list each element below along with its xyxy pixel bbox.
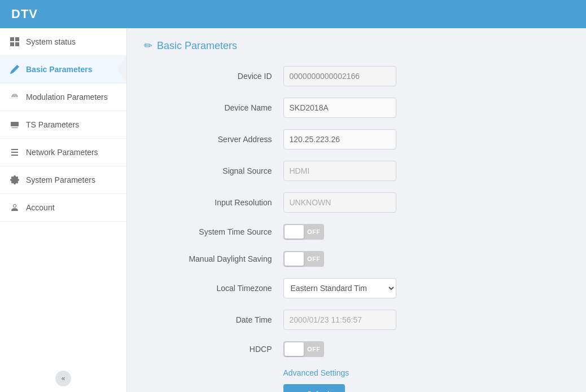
date-time-input[interactable] <box>283 310 396 330</box>
edit-icon <box>9 64 20 75</box>
sidebar-item-system-parameters[interactable]: System Parameters <box>0 166 126 194</box>
svg-rect-3 <box>15 42 19 46</box>
hdcp-toggle[interactable]: OFF <box>283 341 324 357</box>
pencil-icon: ✏ <box>144 39 152 52</box>
hdcp-toggle-container: OFF <box>283 341 324 357</box>
sidebar-item-ts-parameters[interactable]: TS Parameters <box>0 111 126 139</box>
sidebar-label-account: Account <box>26 203 117 212</box>
manual-daylight-toggle[interactable]: OFF <box>283 251 324 267</box>
collapse-button[interactable]: « <box>55 371 71 386</box>
svg-rect-1 <box>15 37 19 41</box>
svg-rect-0 <box>10 37 14 41</box>
page-title: Basic Parameters <box>157 40 237 52</box>
signal-icon <box>9 91 20 103</box>
tv-icon <box>9 119 20 130</box>
app-title: DTV <box>11 7 38 21</box>
local-timezone-label: Local Timezone <box>159 284 283 293</box>
main-content: ✏ Basic Parameters Device ID Device Name… <box>127 28 586 392</box>
system-time-source-toggle[interactable]: OFF <box>283 224 324 240</box>
system-time-source-toggle-container: OFF <box>283 224 324 240</box>
svg-rect-2 <box>10 42 14 46</box>
signal-source-row: Signal Source <box>159 161 554 181</box>
sidebar-label-modulation-parameters: Modulation Parameters <box>26 93 117 102</box>
system-time-source-row: System Time Source OFF <box>159 224 554 240</box>
system-time-source-label: System Time Source <box>159 227 283 236</box>
manual-daylight-toggle-label: OFF <box>307 256 321 262</box>
sidebar-label-ts-parameters: TS Parameters <box>26 120 117 129</box>
signal-source-input <box>283 161 396 181</box>
hdcp-toggle-label: OFF <box>307 346 321 353</box>
page-title-container: ✏ Basic Parameters <box>144 39 569 52</box>
menu-icon <box>9 147 20 158</box>
server-address-label: Server Address <box>159 135 283 144</box>
user-icon <box>9 202 20 213</box>
form-actions: Advanced Settings ✓ Submit <box>283 368 554 392</box>
submit-label: Submit <box>307 390 332 392</box>
sidebar: System status Basic Parameters Modulatio… <box>0 28 127 392</box>
sidebar-item-basic-parameters[interactable]: Basic Parameters <box>0 56 126 83</box>
local-timezone-row: Local Timezone Eastern Standard Tim <box>159 278 554 298</box>
sidebar-label-system-status: System status <box>26 37 117 46</box>
server-address-input[interactable] <box>283 129 396 149</box>
basic-parameters-form: Device ID Device Name Server Address Sig… <box>159 66 554 392</box>
device-id-row: Device ID <box>159 66 554 86</box>
manual-daylight-label: Manual Daylight Saving <box>159 254 283 263</box>
device-id-input[interactable] <box>283 66 396 86</box>
sidebar-label-network-parameters: Network Parameters <box>26 148 117 157</box>
local-timezone-select[interactable]: Eastern Standard Tim <box>283 278 396 298</box>
manual-daylight-row: Manual Daylight Saving OFF <box>159 251 554 267</box>
sidebar-item-modulation-parameters[interactable]: Modulation Parameters <box>0 83 126 111</box>
input-resolution-input <box>283 192 396 213</box>
manual-daylight-toggle-container: OFF <box>283 251 324 267</box>
device-name-label: Device Name <box>159 103 283 112</box>
advanced-settings-link[interactable]: Advanced Settings <box>283 368 349 377</box>
device-name-row: Device Name <box>159 98 554 118</box>
date-time-row: Date Time <box>159 310 554 330</box>
sidebar-item-system-status[interactable]: System status <box>0 28 126 56</box>
signal-source-label: Signal Source <box>159 166 283 175</box>
input-resolution-row: Input Resolution <box>159 192 554 213</box>
check-icon: ✓ <box>297 390 304 392</box>
gear-icon <box>9 174 20 186</box>
app-header: DTV <box>0 0 586 28</box>
sidebar-label-basic-parameters: Basic Parameters <box>26 65 117 74</box>
hdcp-row: HDCP OFF <box>159 341 554 357</box>
sidebar-label-system-parameters: System Parameters <box>26 175 117 184</box>
submit-button[interactable]: ✓ Submit <box>283 384 346 392</box>
system-time-source-toggle-label: OFF <box>307 228 321 235</box>
main-container: System status Basic Parameters Modulatio… <box>0 28 586 392</box>
server-address-row: Server Address <box>159 129 554 149</box>
device-id-label: Device ID <box>159 72 283 81</box>
grid-icon <box>9 36 20 47</box>
hdcp-label: HDCP <box>159 345 283 354</box>
sidebar-item-network-parameters[interactable]: Network Parameters <box>0 139 126 166</box>
device-name-input[interactable] <box>283 98 396 118</box>
date-time-label: Date Time <box>159 315 283 324</box>
sidebar-item-account[interactable]: Account <box>0 194 126 222</box>
input-resolution-label: Input Resolution <box>159 198 283 207</box>
